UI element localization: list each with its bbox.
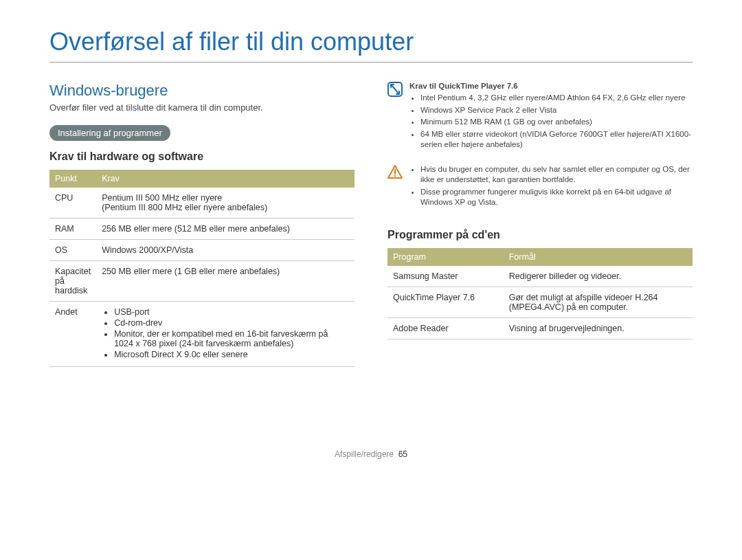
prog-ar-value: Visning af brugervejledningen. [504,317,693,339]
footer-section: Afspille/redigere [335,449,394,459]
footer-page-number: 65 [398,449,407,459]
list-item: Windows XP Service Pack 2 eller Vista [420,105,693,116]
req-other-value: USB-port Cd-rom-drev Monitor, der er kom… [96,302,355,367]
warning-icon [387,164,403,179]
list-item: Hvis du bruger en computer, du selv har … [420,164,693,186]
list-item: Minimum 512 MB RAM (1 GB og over anbefal… [420,117,693,128]
req-ram-label: RAM [49,219,96,240]
req-header-krav: Krav [96,170,355,188]
req-other-label: Andet [49,302,96,367]
requirements-table: Punkt Krav CPU Pentium III 500 MHz eller… [49,170,355,367]
two-column-layout: Windows-brugere Overfør filer ved at til… [49,82,693,367]
req-disk-label: Kapacitet på harddisk [49,261,96,302]
page-footer: Afspille/redigere 65 [49,449,693,459]
table-row: CPU Pentium III 500 MHz eller nyere (Pen… [49,188,355,219]
svg-point-3 [394,175,396,176]
warning-list: Hvis du bruger en computer, du selv har … [409,164,693,208]
programs-table: Program Formål Samsung Master Redigerer … [387,248,693,339]
qt-note-list: Intel Pentium 4, 3,2 GHz eller nyere/AMD… [409,93,693,150]
prog-header-program: Program [387,248,504,266]
table-row: QuickTime Player 7.6 Gør det muligt at a… [387,287,693,317]
list-item: Microsoft Direct X 9.0c eller senere [114,350,349,359]
table-row: OS Windows 2000/XP/Vista [49,240,355,261]
qt-note-title: Krav til QuickTime Player 7.6 [409,82,693,90]
table-row: Samsung Master Redigerer billeder og vid… [387,266,693,287]
req-os-value: Windows 2000/XP/Vista [96,240,355,261]
table-row: RAM 256 MB eller mere (512 MB eller mere… [49,219,355,240]
windows-users-heading: Windows-brugere [49,82,355,100]
list-item: 64 MB eller større videokort (nVIDIA Gef… [420,129,693,150]
warning-content: Hvis du bruger en computer, du selv har … [409,164,693,210]
right-column: Krav til QuickTime Player 7.6 Intel Pent… [387,82,693,367]
prog-qt-value: Gør det muligt at afspille videoer H.264… [504,287,693,317]
req-cpu-value: Pentium III 500 MHz eller nyere (Pentium… [96,188,355,219]
list-item: Cd-rom-drev [114,318,349,328]
table-row: Kapacitet på harddisk 250 MB eller mere … [49,261,355,302]
req-ram-value: 256 MB eller mere (512 MB eller mere anb… [96,219,355,240]
table-row: Andet USB-port Cd-rom-drev Monitor, der … [49,302,355,367]
requirements-subheading: Krav til hardware og software [49,150,355,163]
req-cpu-label: CPU [49,188,96,219]
prog-ar-label: Adobe Reader [387,317,504,339]
req-os-label: OS [49,240,96,261]
req-other-list: USB-port Cd-rom-drev Monitor, der er kom… [102,307,349,359]
list-item: Monitor, der er kompatibel med en 16-bit… [114,329,349,348]
left-column: Windows-brugere Overfør filer ved at til… [49,82,355,367]
table-row: Adobe Reader Visning af brugervejledning… [387,317,693,339]
list-item: USB-port [114,307,349,317]
install-programs-pill: Installering af programmer [49,125,170,141]
note-content: Krav til QuickTime Player 7.6 Intel Pent… [409,82,693,152]
quicktime-requirements-note: Krav til QuickTime Player 7.6 Intel Pent… [387,82,693,152]
page: Overførsel af filer til din computer Win… [0,0,742,459]
prog-header-formal: Formål [504,248,693,266]
note-icon [387,82,403,97]
prog-sm-label: Samsung Master [387,266,504,287]
warning-note: Hvis du bruger en computer, du selv har … [387,164,693,210]
lead-text: Overfør filer ved at tilslutte dit kamer… [49,102,355,113]
list-item: Intel Pentium 4, 3,2 GHz eller nyere/AMD… [420,93,693,104]
page-title: Overførsel af filer til din computer [49,27,693,63]
req-header-punkt: Punkt [49,170,96,188]
prog-sm-value: Redigerer billeder og videoer. [504,266,693,287]
programs-on-cd-heading: Programmer på cd'en [387,229,693,241]
prog-qt-label: QuickTime Player 7.6 [387,287,504,317]
req-disk-value: 250 MB eller mere (1 GB eller mere anbef… [96,261,355,302]
list-item: Disse programmer fungerer muligvis ikke … [420,187,693,208]
